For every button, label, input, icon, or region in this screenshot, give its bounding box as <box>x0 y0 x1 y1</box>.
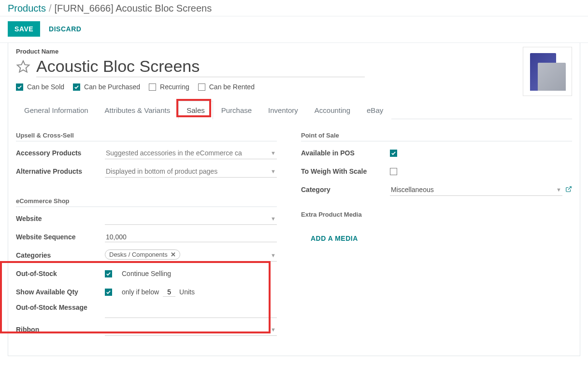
tab-accounting[interactable]: Accounting <box>306 101 359 119</box>
ecommerce-section-header: eCommerce Shop <box>16 197 277 207</box>
svg-line-1 <box>568 186 571 189</box>
ribbon-input[interactable] <box>105 324 277 336</box>
website-sequence-label: Website Sequence <box>16 233 105 241</box>
tabs: General Information Attributes & Variant… <box>16 100 572 119</box>
breadcrumb-separator: / <box>49 3 52 14</box>
to-weigh-label: To Weigh With Scale <box>301 167 390 175</box>
alternative-products-input[interactable] <box>105 166 277 178</box>
add-media-button[interactable]: ADD A MEDIA <box>311 235 358 242</box>
continue-selling-label: Continue Selling <box>122 270 171 277</box>
threshold-input[interactable] <box>163 288 175 297</box>
can-be-sold-label: Can be Sold <box>27 83 64 91</box>
tab-attributes[interactable]: Attributes & Variants <box>97 101 179 119</box>
product-image[interactable] <box>523 47 572 96</box>
upsell-section-header: Upsell & Cross-Sell <box>16 132 277 141</box>
alternative-products-label: Alternative Products <box>16 167 105 175</box>
breadcrumb: Products / [FURN_6666] Acoustic Bloc Scr… <box>0 0 588 16</box>
tab-general[interactable]: General Information <box>16 101 97 119</box>
can-be-purchased-label: Can be Purchased <box>84 83 140 91</box>
recurring-label: Recurring <box>160 83 189 91</box>
available-in-pos-checkbox[interactable] <box>390 150 397 157</box>
can-be-purchased-checkbox[interactable] <box>73 83 80 91</box>
categories-label: Categories <box>16 251 105 259</box>
can-be-rented-label: Can be Rented <box>209 83 255 91</box>
accessory-products-input[interactable] <box>105 147 277 159</box>
recurring-checkbox[interactable] <box>149 83 156 91</box>
website-label: Website <box>16 215 105 222</box>
tab-sales[interactable]: Sales <box>178 101 213 119</box>
chevron-down-icon: ▼ <box>271 252 276 258</box>
form-sheet: Product Name Can be Sold Can be Purchase… <box>8 43 580 356</box>
breadcrumb-root[interactable]: Products <box>8 3 46 14</box>
pos-category-label: Category <box>301 186 390 193</box>
tab-purchase[interactable]: Purchase <box>213 101 260 119</box>
product-name-label: Product Name <box>16 48 572 55</box>
website-input[interactable] <box>105 213 277 225</box>
to-weigh-checkbox[interactable] <box>390 168 397 175</box>
out-of-stock-message-label: Out-of-Stock Message <box>16 304 105 311</box>
svg-marker-0 <box>17 61 29 72</box>
out-of-stock-label: Out-of-Stock <box>16 270 105 277</box>
category-tag[interactable]: Desks / Components ✕ <box>105 249 180 260</box>
favorite-star-icon[interactable] <box>16 59 30 74</box>
out-of-stock-message-input[interactable] <box>105 304 277 318</box>
show-available-qty-label: Show Available Qty <box>16 288 105 296</box>
tab-inventory[interactable]: Inventory <box>260 101 306 119</box>
only-if-below-label: only if below <box>122 288 159 296</box>
can-be-rented-checkbox[interactable] <box>198 83 205 91</box>
pos-category-input[interactable] <box>390 184 562 196</box>
available-in-pos-label: Available in POS <box>301 149 390 157</box>
category-tag-text: Desks / Components <box>109 251 168 258</box>
ribbon-label: Ribbon <box>16 326 105 333</box>
remove-tag-icon[interactable]: ✕ <box>171 251 176 258</box>
actions-row: SAVE DISCARD <box>0 16 588 43</box>
accessory-products-label: Accessory Products <box>16 149 105 157</box>
pos-section-header: Point of Sale <box>301 132 572 141</box>
units-label: Units <box>179 288 195 296</box>
product-name-input[interactable] <box>36 56 365 77</box>
website-sequence-input[interactable] <box>105 232 277 242</box>
external-link-icon[interactable] <box>565 186 572 194</box>
extra-media-section-header: Extra Product Media <box>301 211 572 220</box>
breadcrumb-current: [FURN_6666] Acoustic Bloc Screens <box>55 3 212 14</box>
tab-ebay[interactable]: eBay <box>359 101 391 119</box>
can-be-sold-checkbox[interactable] <box>16 83 23 91</box>
save-button[interactable]: SAVE <box>8 21 40 37</box>
show-available-qty-checkbox[interactable] <box>105 289 112 296</box>
out-of-stock-checkbox[interactable] <box>105 270 112 277</box>
discard-button[interactable]: DISCARD <box>49 25 81 33</box>
